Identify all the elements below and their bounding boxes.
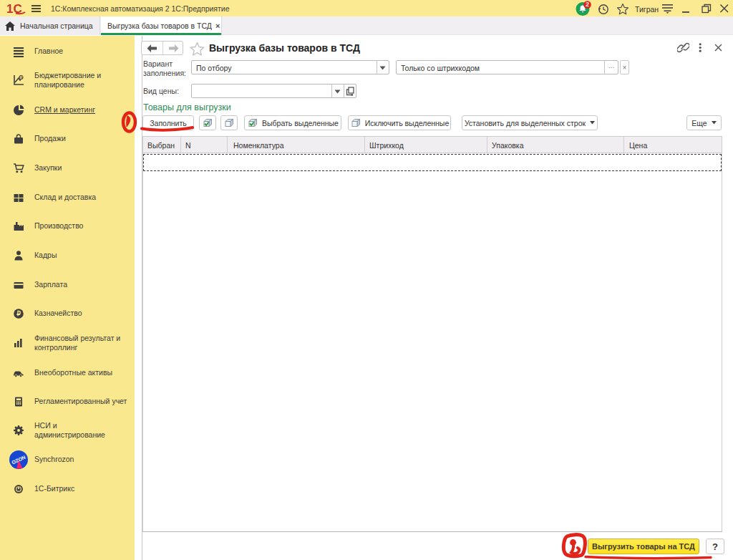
svg-text:₽: ₽ bbox=[20, 75, 23, 79]
svg-text:2: 2 bbox=[586, 1, 589, 8]
svg-text:₽: ₽ bbox=[16, 310, 21, 317]
